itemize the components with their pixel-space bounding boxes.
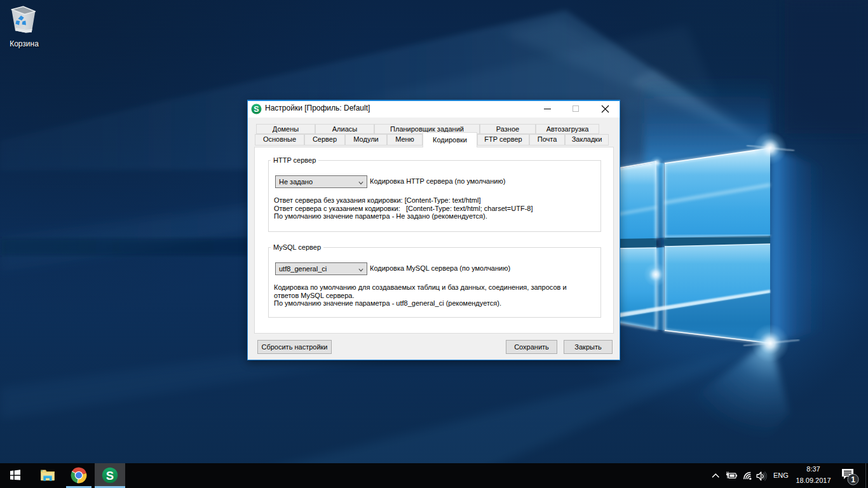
svg-text:1: 1	[851, 475, 855, 484]
svg-text:S: S	[106, 469, 114, 482]
svg-text:S: S	[254, 105, 259, 114]
